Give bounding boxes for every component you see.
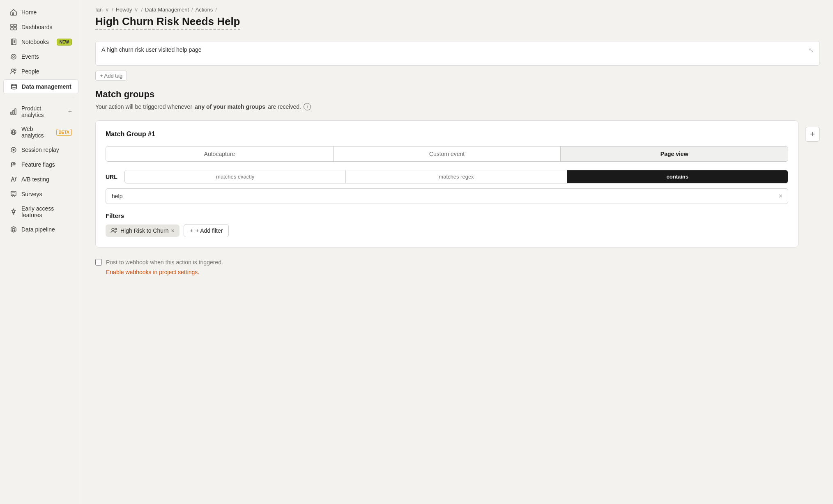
breadcrumb-data-management[interactable]: Data Management [145,7,189,13]
match-groups-title: Match groups [95,89,820,100]
sidebar-item-session-replay[interactable]: Session replay [3,143,78,157]
add-tag-button[interactable]: + Add tag [95,71,127,81]
add-product-analytics-icon[interactable]: + [68,108,72,115]
tab-page-view[interactable]: Page view [561,147,788,161]
url-tab-matches-regex[interactable]: matches regex [346,170,567,183]
url-tab-contains[interactable]: contains [567,170,788,183]
match-groups-desc: Your action will be triggered whenever a… [95,103,820,110]
svg-point-31 [112,228,114,231]
url-label: URL [106,174,120,180]
resize-handle[interactable]: ⤡ [808,46,814,54]
webhook-row: Post to webhook when this action is trig… [95,259,820,266]
svg-rect-17 [15,109,16,115]
sidebar-label-dashboards: Dashboards [21,24,72,30]
add-filter-button[interactable]: + + Add filter [184,224,229,237]
product-analytics-icon [10,108,17,115]
sidebar-item-data-management[interactable]: Data management [3,79,78,94]
sidebar-label-web-analytics: Web analytics [21,126,52,139]
svg-rect-0 [12,13,14,15]
add-group-button[interactable]: + [805,127,820,142]
url-tab-matches-exactly[interactable]: matches exactly [125,170,346,183]
filter-tag-people-icon [110,228,118,234]
tab-custom-event[interactable]: Custom event [334,147,561,161]
sidebar-item-home[interactable]: Home [3,5,78,19]
sidebar-label-home: Home [21,9,72,16]
svg-point-32 [115,228,117,230]
ian-chevron: ∨ [105,7,109,13]
feature-flags-icon [10,161,17,168]
sep1: / [112,7,113,13]
webhook-section: Post to webhook when this action is trig… [95,259,820,275]
sidebar-item-surveys[interactable]: Surveys [3,187,78,201]
breadcrumb-ian[interactable]: Ian [95,7,103,13]
svg-rect-16 [13,110,14,115]
badge-new: NEW [57,39,72,46]
ab-testing-icon [10,176,17,183]
notebooks-icon [10,38,17,46]
sidebar-label-people: People [21,68,72,75]
filters-row: High Risk to Churn × + + Add filter [106,224,788,237]
svg-rect-1 [11,24,13,27]
sidebar-item-dashboards[interactable]: Dashboards [3,20,78,34]
svg-rect-5 [12,39,16,45]
sidebar-label-product-analytics: Product analytics [21,105,64,118]
match-group-1-title: Match Group #1 [106,131,788,138]
filter-tag-remove-button[interactable]: × [171,227,175,234]
match-group-card-1: Match Group #1 Autocapture Custom event … [95,120,798,247]
dashboards-icon [10,23,17,31]
svg-point-10 [11,54,16,59]
web-analytics-icon [10,128,17,136]
sidebar-label-data-pipeline: Data pipeline [21,226,72,233]
main-content: Ian ∨ / Howdy ∨ / Data Management / Acti… [82,0,833,504]
sidebar-item-ab-testing[interactable]: A/B testing [3,172,78,186]
sep2: / [141,7,143,13]
filter-tag-high-risk: High Risk to Churn × [106,225,179,237]
sidebar-item-early-access[interactable]: Early access features [3,202,78,222]
howdy-chevron: ∨ [134,7,138,13]
svg-rect-4 [14,27,16,30]
sidebar-item-people[interactable]: People [3,64,78,78]
sidebar-label-session-replay: Session replay [21,147,72,153]
sidebar-item-web-analytics[interactable]: Web analytics BETA [3,122,78,142]
url-input[interactable] [106,188,788,204]
surveys-icon [10,190,17,198]
sidebar-item-data-pipeline[interactable]: Data pipeline [3,222,78,236]
svg-marker-30 [12,228,15,231]
sidebar-label-notebooks: Notebooks [21,39,53,45]
sidebar-item-events[interactable]: Events [3,50,78,64]
webhook-link[interactable]: Enable webhooks in project settings. [106,269,820,275]
sidebar-separator-1 [7,98,75,98]
content-area: A high churn risk user visited help page… [82,34,833,504]
desc-post: are received. [268,103,301,110]
svg-rect-15 [11,112,12,115]
description-text: A high churn risk user visited help page [101,46,808,53]
svg-point-23 [13,163,15,165]
breadcrumb-actions[interactable]: Actions [196,7,213,13]
header: Ian ∨ / Howdy ∨ / Data Management / Acti… [82,0,833,34]
url-clear-button[interactable]: × [778,192,783,201]
breadcrumb: Ian ∨ / Howdy ∨ / Data Management / Acti… [95,7,820,13]
match-groups-container: Match Group #1 Autocapture Custom event … [95,120,820,247]
data-pipeline-icon [10,226,17,233]
add-filter-plus-icon: + [190,227,193,234]
tab-autocapture[interactable]: Autocapture [106,147,334,161]
url-row: URL matches exactly matches regex contai… [106,170,788,183]
sidebar-item-product-analytics[interactable]: Product analytics + [3,102,78,121]
event-type-tabs: Autocapture Custom event Page view [106,146,788,162]
description-box: A high churn risk user visited help page… [95,41,820,66]
sidebar-label-ab-testing: A/B testing [21,176,72,183]
filter-tag-label: High Risk to Churn [120,227,169,234]
sidebar-item-feature-flags[interactable]: Feature flags [3,158,78,172]
info-icon[interactable]: i [304,103,311,110]
sidebar-label-data-management: Data management [22,83,71,90]
svg-rect-2 [14,24,16,27]
webhook-checkbox[interactable] [95,259,102,266]
sidebar-item-notebooks[interactable]: Notebooks NEW [3,35,78,49]
svg-rect-3 [11,27,13,30]
events-icon [10,53,17,60]
badge-beta: BETA [56,129,72,136]
desc-pre: Your action will be triggered whenever [95,103,192,110]
sidebar-label-early-access: Early access features [21,205,72,218]
breadcrumb-howdy[interactable]: Howdy [116,7,132,13]
page-title: High Churn Risk Needs Help [95,15,240,30]
